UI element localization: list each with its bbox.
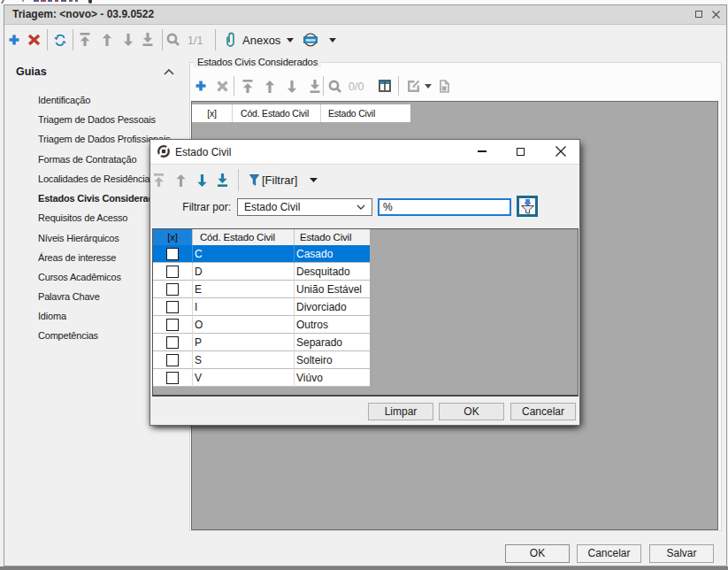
svg-text:www: www xyxy=(304,38,315,42)
